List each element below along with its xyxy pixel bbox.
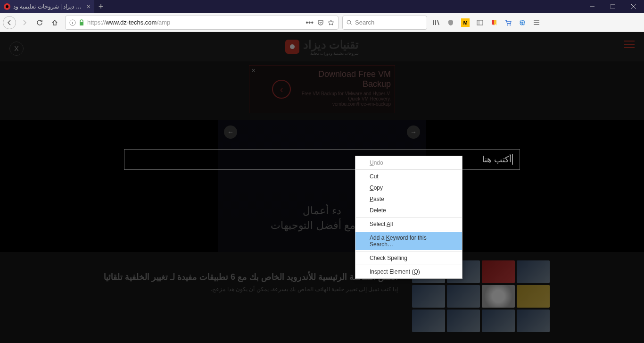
library-icon[interactable]	[433, 19, 440, 26]
forward-button[interactable]	[18, 16, 31, 29]
pocket-icon[interactable]	[317, 19, 324, 26]
thumb-image	[447, 310, 480, 332]
logo-text: تقنيات ديزاد	[303, 38, 359, 51]
ctx-undo[interactable]: Undo	[355, 157, 462, 168]
ctx-separator	[356, 169, 462, 170]
context-menu: Undo Cut Copy Paste Delete Select All Ad…	[355, 156, 462, 279]
search-placeholder: Search	[355, 19, 374, 26]
ctx-check-spelling[interactable]: Check Spelling	[355, 252, 462, 264]
ad-subtitle: Free VM Backup for VMware and Hyper-V. Q…	[297, 91, 391, 101]
cart-icon[interactable]	[504, 19, 512, 26]
article-row: Android أنعش الشاشة الرئيسية للأندرويد ا…	[0, 252, 644, 332]
ad-close-icon[interactable]: ✕	[251, 67, 256, 74]
url-text: https://www.dz-techs.com/amp	[87, 19, 303, 26]
ext-m-icon[interactable]: M	[461, 18, 470, 27]
carousel-prev-button[interactable]: ←	[224, 125, 237, 139]
article-category[interactable]: Android	[94, 260, 398, 267]
close-window-button[interactable]	[623, 0, 644, 13]
svg-point-15	[507, 24, 508, 25]
back-button[interactable]	[3, 16, 16, 29]
ad-text: Download Free VM Backup Free VM Backup f…	[297, 69, 391, 109]
menu-icon[interactable]	[533, 19, 540, 26]
thumb-image	[447, 285, 480, 308]
hamburger-menu[interactable]	[624, 41, 635, 48]
shield-icon[interactable]	[447, 19, 454, 26]
ctx-cut[interactable]: Cut	[355, 171, 462, 182]
toolbar-icons: M	[429, 18, 544, 27]
svg-rect-1	[611, 4, 615, 9]
svg-point-16	[510, 24, 511, 25]
browser-tab[interactable]: تقنيات ديزاد | شروحات تعليمية ود... ×	[0, 0, 94, 13]
ctx-separator	[356, 231, 462, 231]
svg-rect-13	[477, 20, 483, 25]
home-button[interactable]	[48, 16, 61, 29]
url-bar[interactable]: https://www.dz-techs.com/amp •••	[65, 16, 339, 30]
site-logo[interactable]: تقنيات ديزاد شروحات تعليمية ودورات مجاني…	[285, 38, 359, 56]
thumb-image	[482, 310, 515, 332]
ad-link: vembu.com/free-vm-backup	[297, 101, 391, 107]
navbar: https://www.dz-techs.com/amp ••• Search …	[0, 13, 644, 32]
lock-icon	[79, 19, 84, 26]
thumb-image	[517, 310, 550, 332]
maximize-button[interactable]	[603, 0, 623, 13]
tabs-area: تقنيات ديزاد | شروحات تعليمية ود... × +	[0, 0, 107, 13]
url-actions: •••	[305, 18, 334, 27]
tab-close-icon[interactable]: ×	[87, 3, 91, 10]
more-icon[interactable]: •••	[305, 18, 314, 27]
ctx-paste[interactable]: Paste	[355, 193, 462, 205]
ad-title: Download Free VM Backup	[297, 69, 391, 89]
site-header: X تقنيات ديزاد شروحات تعليمية ودورات مجا…	[0, 32, 644, 61]
logo-badge-icon	[285, 40, 299, 54]
bookmark-ribbon-icon[interactable]	[490, 19, 498, 26]
tab-title: تقنيات ديزاد | شروحات تعليمية ود...	[13, 3, 84, 10]
ctx-inspect[interactable]: Inspect Element (Q)	[355, 266, 462, 277]
page-content: X تقنيات ديزاد شروحات تعليمية ودورات مجا…	[0, 32, 644, 343]
thumb-image	[412, 285, 445, 308]
thumb-image	[517, 260, 550, 283]
ctx-select-all[interactable]: Select All	[355, 218, 462, 230]
ctx-separator	[356, 251, 462, 251]
ctx-copy[interactable]: Copy	[355, 182, 462, 193]
minimize-button[interactable]	[582, 0, 603, 13]
logo-subtitle: شروحات تعليمية ودورات مجانية	[303, 51, 359, 56]
text-cursor	[512, 154, 513, 165]
carousel-next-button[interactable]: →	[407, 125, 420, 139]
svg-point-8	[347, 20, 351, 24]
sidebar-icon[interactable]	[476, 19, 484, 26]
ad-banner[interactable]: ✕ ‹ Download Free VM Backup Free VM Back…	[249, 65, 395, 113]
svg-point-17	[520, 20, 525, 25]
ad-arrow-icon: ‹	[272, 80, 291, 99]
window-controls	[582, 0, 644, 13]
ctx-delete[interactable]: Delete	[355, 205, 462, 216]
search-bar[interactable]: Search	[342, 16, 427, 30]
reload-button[interactable]	[33, 16, 46, 29]
star-icon[interactable]	[328, 19, 334, 26]
search-placeholder-text: أكتب هنا	[482, 154, 512, 165]
ctx-separator	[356, 265, 462, 265]
thumb-image	[517, 285, 550, 308]
thumb-image	[482, 260, 515, 283]
article-title[interactable]: أنعش الشاشة الرئيسية للأندرويد الخاص بك …	[94, 272, 398, 282]
ctx-separator	[356, 217, 462, 218]
thumb-image	[412, 310, 445, 332]
globe-icon[interactable]	[519, 19, 526, 26]
svg-line-9	[350, 24, 352, 25]
svg-line-12	[438, 20, 439, 25]
search-icon	[347, 20, 352, 25]
article-description: إذا كنت تميل إلى تغيير خلفية الهاتف الخا…	[94, 286, 398, 293]
ctx-add-keyword[interactable]: Add a Keyword for this Search…	[355, 232, 462, 250]
thumb-image	[482, 285, 515, 308]
tab-favicon-icon	[4, 3, 10, 10]
titlebar: تقنيات ديزاد | شروحات تعليمية ود... × +	[0, 0, 644, 13]
article-text: Android أنعش الشاشة الرئيسية للأندرويد ا…	[94, 260, 398, 332]
info-icon[interactable]	[69, 19, 76, 26]
overlay-close-button[interactable]: X	[9, 42, 24, 56]
new-tab-button[interactable]: +	[94, 0, 107, 13]
svg-rect-7	[80, 22, 83, 25]
hero-carousel: ← → دء أعمال dro مع أفضل التوجيهات	[0, 120, 644, 252]
